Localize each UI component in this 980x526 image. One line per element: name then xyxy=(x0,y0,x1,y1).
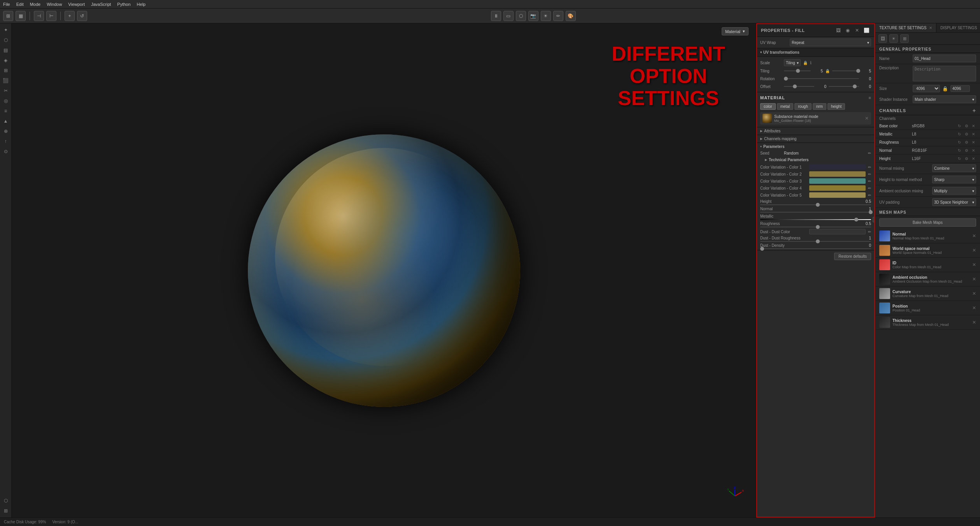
tab-display-settings[interactable]: DISPLAY SETTINGS xyxy=(936,23,980,32)
tss-icon-display[interactable]: ☀ xyxy=(889,34,898,43)
ch-roughness-refresh[interactable]: ↻ xyxy=(957,139,962,145)
roughness-slider[interactable] xyxy=(760,227,871,227)
ch-base-color-remove[interactable]: ✕ xyxy=(971,123,976,128)
cv-swatch-2[interactable] xyxy=(809,171,866,177)
cv-edit-2[interactable]: ✏ xyxy=(868,172,871,176)
ch-normal-settings[interactable]: ⚙ xyxy=(964,148,969,153)
tss-icon-grid[interactable]: ⊞ xyxy=(900,34,909,43)
sidebar-icon-bottom1[interactable]: ⬡ xyxy=(2,496,10,505)
size-lock-icon[interactable]: 🔒 xyxy=(942,86,948,91)
sidebar-icon-6[interactable]: ⬛ xyxy=(2,76,10,85)
name-input[interactable] xyxy=(913,55,976,62)
channel-btn-nrm[interactable]: nrm xyxy=(813,103,826,110)
uv-wrap-select[interactable]: Repeat ▾ xyxy=(790,39,871,46)
tech-header[interactable]: ▶ Technical Parameters xyxy=(765,157,871,163)
height-normal-select[interactable]: Sharp ▾ xyxy=(932,176,976,183)
channel-btn-rough[interactable]: rough xyxy=(794,103,812,110)
cv-swatch-5[interactable] xyxy=(809,192,866,198)
prop-tab-expand[interactable]: ⬜ xyxy=(863,26,870,34)
toolbar-3d-btn[interactable]: ⬡ xyxy=(516,11,526,21)
channel-btn-height[interactable]: height xyxy=(827,103,845,110)
size-select[interactable]: 4096 2048 1024 xyxy=(913,85,940,92)
tss-tab-close[interactable]: ✕ xyxy=(929,26,932,30)
toolbar-grid-btn[interactable]: ⊞ xyxy=(3,11,13,21)
tiling-slider2[interactable] xyxy=(832,68,859,74)
dust-density-slider[interactable] xyxy=(760,248,871,249)
menu-window[interactable]: Window xyxy=(47,2,62,7)
ch-height-settings[interactable]: ⚙ xyxy=(964,156,969,161)
toolbar-paint-btn[interactable]: 🎨 xyxy=(566,11,576,21)
cv-swatch-4[interactable] xyxy=(809,185,866,191)
tiling-slider[interactable] xyxy=(784,68,811,74)
material-dropdown[interactable]: Material ▾ xyxy=(722,27,749,35)
toolbar-viewport-btn[interactable]: ▭ xyxy=(503,11,514,21)
uv-transformations-header[interactable]: ▾ UV transformations xyxy=(757,48,874,56)
menu-help[interactable]: Help xyxy=(137,2,146,7)
sidebar-icon-12[interactable]: ↑ xyxy=(2,137,10,146)
ch-base-color-refresh[interactable]: ↻ xyxy=(957,123,962,128)
toolbar-prev-btn[interactable]: ⊣ xyxy=(34,11,44,21)
sidebar-icon-bottom2[interactable]: ⊞ xyxy=(2,507,10,515)
cv-edit-4[interactable]: ✏ xyxy=(868,186,871,190)
ch-height-remove[interactable]: ✕ xyxy=(971,156,976,161)
offset-slider1[interactable] xyxy=(784,83,814,90)
sidebar-icon-8[interactable]: ◎ xyxy=(2,97,10,105)
cv-edit-1[interactable]: ✏ xyxy=(868,165,871,169)
menu-edit[interactable]: Edit xyxy=(16,2,24,7)
substance-close[interactable]: ✕ xyxy=(865,116,869,121)
menu-mode[interactable]: Mode xyxy=(30,2,41,7)
prop-tab-close[interactable]: ✕ xyxy=(853,26,861,34)
toolbar-reset-btn[interactable]: ↺ xyxy=(77,11,87,21)
ch-base-color-settings[interactable]: ⚙ xyxy=(964,123,969,128)
menu-file[interactable]: File xyxy=(3,2,10,7)
prop-tab-icon-1[interactable]: 🖼 xyxy=(834,26,842,34)
size-value2-input[interactable] xyxy=(950,85,970,92)
tss-icon-layers[interactable]: 🖼 xyxy=(878,34,887,43)
mm-close-normal[interactable]: ✕ xyxy=(972,233,976,239)
material-settings-icon[interactable]: ≡ xyxy=(869,95,871,100)
cv-swatch-3[interactable] xyxy=(809,178,866,184)
normal-mixing-select[interactable]: Combine ▾ xyxy=(932,164,976,172)
cv-swatch-1[interactable] xyxy=(809,164,866,170)
bake-mesh-maps-button[interactable]: Bake Mesh Maps xyxy=(879,218,976,227)
sidebar-icon-3[interactable]: ▤ xyxy=(2,46,10,55)
toolbar-add-btn[interactable]: + xyxy=(65,11,75,21)
params-header[interactable]: ▾ Parameters xyxy=(760,143,871,150)
tiling-lock[interactable]: 🔒 xyxy=(825,69,830,73)
menu-python[interactable]: Python xyxy=(117,2,130,7)
height-slider[interactable] xyxy=(760,204,871,205)
prop-tab-icon-2[interactable]: ◉ xyxy=(844,26,852,34)
metallic-special-btn[interactable]: ⊞ xyxy=(873,217,874,222)
restore-defaults-button[interactable]: Restore defaults xyxy=(834,253,871,260)
description-textarea[interactable] xyxy=(913,66,976,81)
mm-close-wsn[interactable]: ✕ xyxy=(972,248,976,253)
ch-metallic-remove[interactable]: ✕ xyxy=(971,131,976,137)
sidebar-icon-7[interactable]: ✂ xyxy=(2,86,10,95)
toolbar-pause-btn[interactable]: ⏸ xyxy=(491,11,501,21)
sidebar-icon-4[interactable]: ◈ xyxy=(2,56,10,65)
normal-slider[interactable] xyxy=(760,212,871,213)
dust-color-swatch[interactable] xyxy=(809,229,866,234)
ch-roughness-remove[interactable]: ✕ xyxy=(971,139,976,145)
toolbar-next-btn[interactable]: ⊢ xyxy=(46,11,56,21)
ao-mixing-select[interactable]: Multiply ▾ xyxy=(932,187,976,195)
attributes-row[interactable]: ▶ Attributes xyxy=(757,127,874,135)
ch-roughness-settings[interactable]: ⚙ xyxy=(964,139,969,145)
toolbar-cam-btn[interactable]: 📷 xyxy=(528,11,538,21)
toolbar-brush-btn[interactable]: ✏ xyxy=(553,11,563,21)
shader-select[interactable]: Main shader ▾ xyxy=(913,95,976,103)
mm-close-ao[interactable]: ✕ xyxy=(972,276,976,282)
toolbar-grid2-btn[interactable]: ▦ xyxy=(16,11,26,21)
sidebar-icon-2[interactable]: ⬡ xyxy=(2,36,10,44)
cv-edit-3[interactable]: ✏ xyxy=(868,179,871,183)
offset-slider2[interactable] xyxy=(829,83,859,90)
mm-close-id[interactable]: ✕ xyxy=(972,262,976,267)
dust-color-edit[interactable]: ✏ xyxy=(868,230,871,234)
sidebar-icon-5[interactable]: ⊞ xyxy=(2,66,10,75)
scale-select[interactable]: Tiling ▾ xyxy=(784,59,801,66)
sidebar-icon-1[interactable]: ✦ xyxy=(2,26,10,34)
metallic-slider[interactable]: ⊞ xyxy=(760,219,871,220)
ch-metallic-settings[interactable]: ⚙ xyxy=(964,131,969,137)
channel-add-button[interactable]: + xyxy=(973,107,976,114)
ch-height-refresh[interactable]: ↻ xyxy=(957,156,962,161)
